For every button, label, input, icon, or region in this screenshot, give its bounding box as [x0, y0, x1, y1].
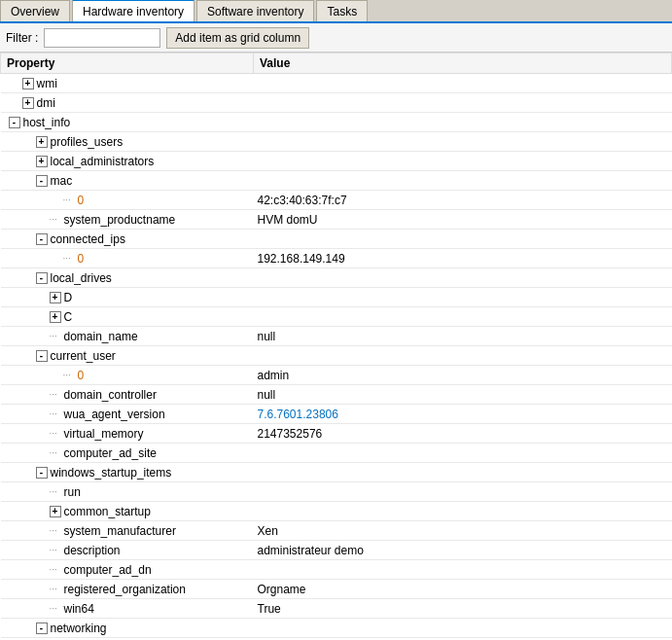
- property-name: profiles_users: [51, 135, 124, 149]
- indent-spacer: ···: [50, 584, 64, 594]
- table-row: +profiles_users: [1, 132, 672, 152]
- property-value: [254, 463, 672, 482]
- property-name: description: [64, 544, 121, 557]
- filter-label: Filter :: [6, 31, 38, 45]
- inventory-table-container: Property Value +wmi+dmi-host_info+profil…: [0, 53, 672, 640]
- tab-overview[interactable]: Overview: [0, 0, 70, 21]
- property-name: wua_agent_version: [64, 408, 165, 421]
- collapse-icon[interactable]: -: [36, 622, 48, 634]
- property-name: C: [64, 310, 73, 324]
- property-value: [254, 307, 672, 327]
- table-row: +dmi: [1, 93, 672, 113]
- indent-spacer: ···: [50, 409, 64, 419]
- property-name: system_manufacturer: [64, 524, 176, 538]
- property-name: virtual_memory: [64, 427, 144, 441]
- table-row: +wmi: [1, 74, 672, 93]
- property-value: [254, 93, 672, 113]
- indent-spacer: ···: [50, 331, 64, 341]
- indent-spacer: ···: [50, 545, 64, 555]
- collapse-icon[interactable]: -: [36, 233, 48, 245]
- collapse-icon[interactable]: -: [36, 175, 48, 187]
- column-header-property: Property: [1, 53, 254, 74]
- property-value: 192.168.149.149: [254, 249, 672, 268]
- table-row: -mac: [1, 171, 672, 191]
- table-row: ···computer_ad_site: [1, 444, 672, 463]
- property-name: local_administrators: [51, 155, 155, 168]
- expand-icon[interactable]: +: [50, 506, 61, 517]
- indent-spacer: ···: [63, 370, 78, 380]
- filter-input[interactable]: [44, 28, 160, 48]
- table-row: +C: [1, 307, 672, 327]
- tab-software[interactable]: Software inventory: [196, 0, 314, 21]
- indent-spacer: ···: [63, 195, 78, 205]
- collapse-icon[interactable]: -: [36, 272, 48, 284]
- property-value: administrateur demo: [254, 541, 672, 560]
- table-row: ···win64True: [1, 599, 672, 619]
- column-header-value: Value: [254, 53, 672, 74]
- property-value: [254, 132, 672, 152]
- property-name: domain_name: [64, 330, 138, 343]
- property-name: 0: [78, 194, 85, 207]
- property-value: [254, 74, 672, 93]
- table-row: +D: [1, 288, 672, 307]
- add-grid-column-button[interactable]: Add item as grid column: [166, 27, 309, 49]
- collapse-icon[interactable]: -: [9, 117, 20, 128]
- indent-spacer: ···: [50, 428, 64, 439]
- indent-spacer: ···: [50, 564, 64, 575]
- table-row: ···system_productnameHVM domU: [1, 210, 672, 230]
- property-name: domain_controller: [64, 388, 157, 402]
- property-name: wmi: [37, 77, 57, 90]
- table-row: -local_drives: [1, 268, 672, 288]
- table-row: ···virtual_memory2147352576: [1, 424, 672, 444]
- tree-table[interactable]: Property Value +wmi+dmi-host_info+profil…: [0, 53, 672, 640]
- tab-tasks[interactable]: Tasks: [316, 0, 368, 21]
- indent-spacer: ···: [50, 603, 64, 614]
- table-row: ···domain_namenull: [1, 327, 672, 346]
- table-row: -host_info: [1, 113, 672, 132]
- property-value: [254, 560, 672, 580]
- property-name: current_user: [51, 349, 116, 363]
- indent-spacer: ···: [50, 486, 64, 497]
- property-name: system_productname: [64, 213, 176, 227]
- property-value: [254, 346, 672, 366]
- property-name: common_startup: [64, 505, 151, 518]
- property-value: admin: [254, 366, 672, 385]
- table-row: -networking: [1, 619, 672, 638]
- expand-icon[interactable]: +: [36, 136, 48, 148]
- property-value: True: [254, 599, 672, 619]
- expand-icon[interactable]: +: [50, 311, 61, 323]
- table-row: +local_administrators: [1, 152, 672, 171]
- table-row: ···042:c3:40:63:7f:c7: [1, 191, 672, 210]
- property-name: registered_organization: [64, 583, 186, 596]
- property-value: Orgname: [254, 580, 672, 599]
- collapse-icon[interactable]: -: [36, 467, 48, 479]
- collapse-icon[interactable]: -: [36, 350, 48, 362]
- tab-bar: Overview Hardware inventory Software inv…: [0, 0, 672, 23]
- property-name: mac: [51, 174, 73, 188]
- property-value: 42:c3:40:63:7f:c7: [254, 191, 672, 210]
- filter-bar: Filter : Add item as grid column: [0, 23, 672, 53]
- table-row: ···descriptionadministrateur demo: [1, 541, 672, 560]
- expand-icon[interactable]: +: [50, 292, 61, 303]
- property-value: [254, 152, 672, 171]
- property-value: [254, 288, 672, 307]
- property-value: [254, 444, 672, 463]
- tab-hardware[interactable]: Hardware inventory: [72, 0, 195, 21]
- property-name: win64: [64, 602, 94, 616]
- property-name: host_info: [23, 116, 71, 129]
- expand-icon[interactable]: +: [22, 78, 34, 89]
- table-row: ···0admin: [1, 366, 672, 385]
- property-value: [254, 113, 672, 132]
- property-name: computer_ad_dn: [64, 563, 152, 577]
- expand-icon[interactable]: +: [22, 97, 34, 109]
- indent-spacer: ···: [50, 389, 64, 400]
- property-value: [254, 619, 672, 638]
- expand-icon[interactable]: +: [36, 156, 48, 167]
- table-row: ···wua_agent_version7.6.7601.23806: [1, 405, 672, 424]
- property-name: local_drives: [51, 271, 112, 285]
- indent-spacer: ···: [63, 253, 78, 264]
- table-row: ···0192.168.149.149: [1, 249, 672, 268]
- table-row: ···domain_controllernull: [1, 385, 672, 405]
- table-row: ···registered_organizationOrgname: [1, 580, 672, 599]
- property-value: null: [254, 327, 672, 346]
